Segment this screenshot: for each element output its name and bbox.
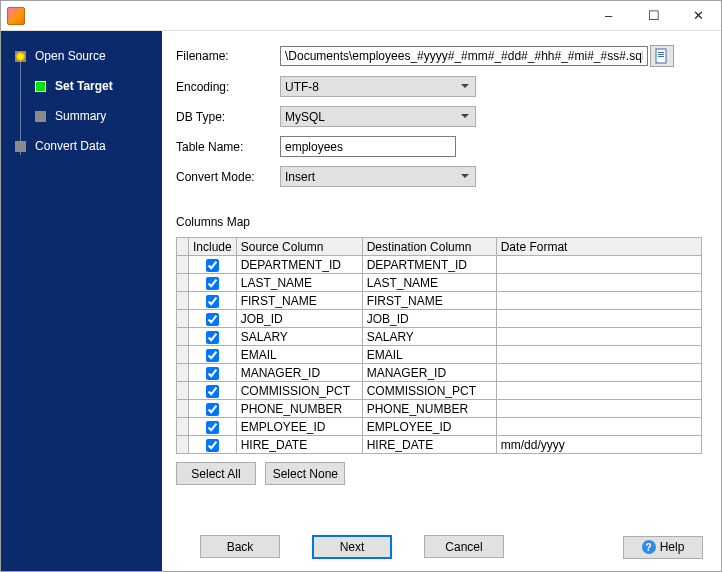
maximize-button[interactable]: ☐ <box>631 1 676 30</box>
help-icon: ? <box>642 540 656 554</box>
table-row[interactable]: HIRE_DATEHIRE_DATEmm/dd/yyyy <box>177 436 702 454</box>
include-checkbox[interactable] <box>206 313 219 326</box>
date-format-cell[interactable] <box>496 274 701 292</box>
step-marker-icon <box>35 81 46 92</box>
close-button[interactable]: ✕ <box>676 1 721 30</box>
encoding-label: Encoding: <box>176 80 280 94</box>
dest-column-cell[interactable]: JOB_ID <box>362 310 496 328</box>
table-row[interactable]: PHONE_NUMBERPHONE_NUMBER <box>177 400 702 418</box>
convertmode-label: Convert Mode: <box>176 170 280 184</box>
browse-file-button[interactable] <box>650 45 674 67</box>
source-column-cell[interactable]: PHONE_NUMBER <box>236 400 362 418</box>
include-checkbox[interactable] <box>206 439 219 452</box>
row-grip[interactable] <box>177 364 189 382</box>
include-checkbox[interactable] <box>206 349 219 362</box>
date-format-cell[interactable] <box>496 310 701 328</box>
row-grip[interactable] <box>177 328 189 346</box>
date-format-cell[interactable] <box>496 292 701 310</box>
step-convert-data[interactable]: Convert Data <box>1 131 162 161</box>
row-grip[interactable] <box>177 256 189 274</box>
step-marker-icon <box>15 141 26 152</box>
table-row[interactable]: MANAGER_IDMANAGER_ID <box>177 364 702 382</box>
include-checkbox[interactable] <box>206 421 219 434</box>
convertmode-value: Insert <box>285 170 315 184</box>
source-column-cell[interactable]: FIRST_NAME <box>236 292 362 310</box>
date-format-cell[interactable] <box>496 382 701 400</box>
include-checkbox[interactable] <box>206 331 219 344</box>
table-row[interactable]: DEPARTMENT_IDDEPARTMENT_ID <box>177 256 702 274</box>
date-format-cell[interactable] <box>496 364 701 382</box>
step-label: Convert Data <box>35 139 106 153</box>
help-button[interactable]: ? Help <box>623 536 703 559</box>
source-column-cell[interactable]: JOB_ID <box>236 310 362 328</box>
date-format-cell[interactable] <box>496 328 701 346</box>
date-format-cell[interactable] <box>496 256 701 274</box>
table-row[interactable]: COMMISSION_PCTCOMMISSION_PCT <box>177 382 702 400</box>
dest-column-cell[interactable]: EMPLOYEE_ID <box>362 418 496 436</box>
step-summary[interactable]: Summary <box>1 101 162 131</box>
include-checkbox[interactable] <box>206 277 219 290</box>
col-source-header[interactable]: Source Column <box>236 238 362 256</box>
table-row[interactable]: LAST_NAMELAST_NAME <box>177 274 702 292</box>
col-format-header[interactable]: Date Format <box>496 238 701 256</box>
date-format-cell[interactable] <box>496 400 701 418</box>
source-column-cell[interactable]: EMAIL <box>236 346 362 364</box>
source-column-cell[interactable]: MANAGER_ID <box>236 364 362 382</box>
include-checkbox[interactable] <box>206 385 219 398</box>
next-button[interactable]: Next <box>312 535 392 559</box>
table-row[interactable]: EMPLOYEE_IDEMPLOYEE_ID <box>177 418 702 436</box>
source-column-cell[interactable]: LAST_NAME <box>236 274 362 292</box>
encoding-select[interactable]: UTF-8 <box>280 76 476 97</box>
select-all-button[interactable]: Select All <box>176 462 256 485</box>
dest-column-cell[interactable]: HIRE_DATE <box>362 436 496 454</box>
source-column-cell[interactable]: SALARY <box>236 328 362 346</box>
cancel-button[interactable]: Cancel <box>424 535 504 558</box>
row-grip[interactable] <box>177 418 189 436</box>
source-column-cell[interactable]: EMPLOYEE_ID <box>236 418 362 436</box>
minimize-button[interactable]: – <box>586 1 631 30</box>
select-none-button[interactable]: Select None <box>265 462 345 485</box>
dest-column-cell[interactable]: SALARY <box>362 328 496 346</box>
date-format-cell[interactable] <box>496 418 701 436</box>
dest-column-cell[interactable]: DEPARTMENT_ID <box>362 256 496 274</box>
source-column-cell[interactable]: COMMISSION_PCT <box>236 382 362 400</box>
include-checkbox[interactable] <box>206 259 219 272</box>
back-button[interactable]: Back <box>200 535 280 558</box>
include-checkbox[interactable] <box>206 403 219 416</box>
row-grip[interactable] <box>177 274 189 292</box>
table-row[interactable]: EMAILEMAIL <box>177 346 702 364</box>
row-grip[interactable] <box>177 436 189 454</box>
row-grip[interactable] <box>177 292 189 310</box>
tablename-input[interactable] <box>280 136 456 157</box>
date-format-cell[interactable]: mm/dd/yyyy <box>496 436 701 454</box>
step-set-target[interactable]: Set Target <box>1 71 162 101</box>
titlebar: – ☐ ✕ <box>1 1 721 31</box>
dest-column-cell[interactable]: LAST_NAME <box>362 274 496 292</box>
include-checkbox[interactable] <box>206 295 219 308</box>
dest-column-cell[interactable]: FIRST_NAME <box>362 292 496 310</box>
filename-input[interactable] <box>280 46 648 66</box>
step-marker-icon <box>15 51 26 62</box>
dbtype-select[interactable]: MySQL <box>280 106 476 127</box>
table-row[interactable]: SALARYSALARY <box>177 328 702 346</box>
source-column-cell[interactable]: HIRE_DATE <box>236 436 362 454</box>
col-dest-header[interactable]: Destination Column <box>362 238 496 256</box>
row-grip[interactable] <box>177 346 189 364</box>
row-grip[interactable] <box>177 310 189 328</box>
convertmode-select[interactable]: Insert <box>280 166 476 187</box>
include-checkbox[interactable] <box>206 367 219 380</box>
dest-column-cell[interactable]: COMMISSION_PCT <box>362 382 496 400</box>
source-column-cell[interactable]: DEPARTMENT_ID <box>236 256 362 274</box>
dest-column-cell[interactable]: MANAGER_ID <box>362 364 496 382</box>
dest-column-cell[interactable]: EMAIL <box>362 346 496 364</box>
table-row[interactable]: FIRST_NAMEFIRST_NAME <box>177 292 702 310</box>
row-grip[interactable] <box>177 400 189 418</box>
dest-column-cell[interactable]: PHONE_NUMBER <box>362 400 496 418</box>
col-include-header[interactable]: Include <box>189 238 237 256</box>
step-open-source[interactable]: Open Source <box>1 41 162 71</box>
svg-rect-1 <box>658 52 664 53</box>
tablename-label: Table Name: <box>176 140 280 154</box>
table-row[interactable]: JOB_IDJOB_ID <box>177 310 702 328</box>
date-format-cell[interactable] <box>496 346 701 364</box>
row-grip[interactable] <box>177 382 189 400</box>
